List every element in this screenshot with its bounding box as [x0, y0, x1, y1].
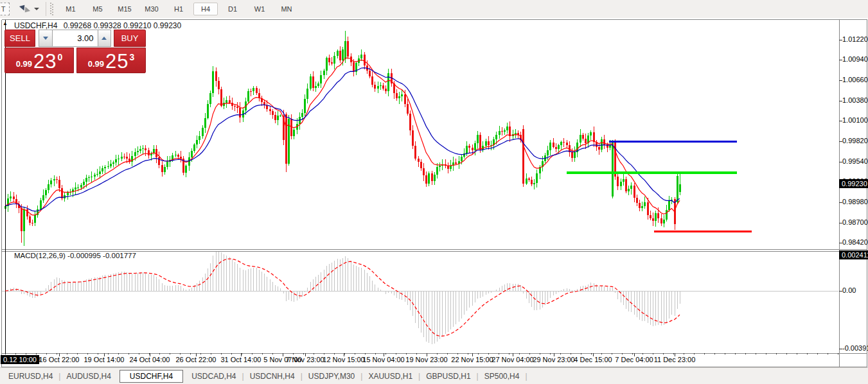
- price-axis-label: 1.00660: [842, 76, 868, 83]
- chart-tab-usdjpy[interactable]: USDJPY,M30: [300, 370, 363, 383]
- macd-current-value-label: 0.002411: [839, 250, 868, 259]
- vline-time-marker: 0.12 10:00: [1, 355, 39, 364]
- chart-tab-usdcnh[interactable]: USDCNH,H4: [242, 370, 303, 383]
- buy-price-panel[interactable]: 0.99 25 3: [76, 48, 146, 73]
- timeframe-button-m5[interactable]: M5: [85, 3, 110, 15]
- timeframe-button-mn[interactable]: MN: [274, 3, 299, 15]
- time-axis-label: 31 Oct 14:00: [221, 356, 261, 363]
- chart-tab-sp500[interactable]: SP500,H4: [476, 370, 528, 383]
- time-axis-label: 19 Oct 14:00: [84, 356, 125, 363]
- chart-tab-gbpusd[interactable]: GBPUSD,H1: [418, 370, 479, 383]
- price-axis-label: 1.00100: [842, 116, 868, 124]
- time-axis-label: 24 Oct 04:00: [130, 356, 170, 363]
- time-axis-label: 19 Nov 23:00: [405, 356, 447, 363]
- time-axis-label: 22 Nov 15:00: [451, 356, 493, 363]
- chart-tab-audusd[interactable]: AUDUSD,H4: [58, 370, 119, 383]
- tab-separator: |: [525, 372, 527, 381]
- chart-title: USDCHF,H4 0.99268 0.99328 0.99210 0.9923…: [14, 21, 181, 30]
- toolbar-separator: [46, 2, 46, 16]
- timeframe-button-h4[interactable]: H4: [193, 3, 218, 15]
- price-axis-label: 0.98420: [842, 238, 868, 246]
- symbol-period-label: USDCHF,H4: [14, 21, 57, 30]
- chart-tab-usdcad[interactable]: USDCAD,H4: [183, 370, 244, 383]
- time-axis-label: 27 Nov 04:00: [492, 356, 533, 363]
- price-axis-label: 0.99540: [842, 157, 868, 165]
- chart-tab-bar: EURUSD,H4|AUDUSD,H4USDCHF,H4USDCAD,H4|US…: [0, 367, 868, 384]
- arrange-charts-icon[interactable]: [19, 4, 30, 14]
- sell-button[interactable]: SELL: [4, 30, 35, 47]
- time-axis-label: 15 Nov 04:00: [362, 356, 404, 363]
- current-price-label: 0.99230: [839, 179, 868, 188]
- volume-input[interactable]: [53, 30, 98, 47]
- buy-button[interactable]: BUY: [114, 30, 146, 47]
- buy-price-pips: 25: [105, 52, 128, 71]
- timeframe-button-m1[interactable]: M1: [58, 3, 83, 15]
- sell-price-point: 0: [58, 52, 63, 62]
- chart-tab-usdchf[interactable]: USDCHF,H4: [120, 370, 183, 383]
- timeframe-button-w1[interactable]: W1: [247, 3, 272, 15]
- buy-price-base: 0.99: [88, 59, 104, 69]
- volume-increase-button[interactable]: [98, 30, 112, 47]
- timeframe-button-m15[interactable]: M15: [112, 3, 137, 15]
- price-axis-label: 0.98980: [842, 198, 868, 205]
- triangle-down-icon: [43, 37, 48, 40]
- price-axis-label: 1.01220: [842, 35, 868, 43]
- timeframe-button-d1[interactable]: D1: [220, 3, 245, 15]
- sell-price-pips: 23: [33, 52, 57, 71]
- price-axis-label: 1.00940: [842, 55, 868, 63]
- timeframe-toolbar: M1M5M15M30H1H4D1W1MN: [57, 3, 300, 15]
- chart-tab-xauusd[interactable]: XAUUSD,H1: [360, 370, 421, 383]
- macd-histogram: [6, 250, 680, 344]
- time-axis-label: 26 Oct 22:00: [176, 356, 217, 363]
- time-axis-label: 4 Dec 15:00: [574, 356, 612, 363]
- ma-slow-line: [5, 68, 680, 211]
- timeframe-button-h1[interactable]: H1: [166, 3, 191, 15]
- time-axis-label: 12 Nov 15:00: [323, 356, 364, 363]
- price-axis-label: 0.99820: [842, 137, 868, 144]
- sell-price-base: 0.99: [16, 59, 32, 69]
- volume-decrease-button[interactable]: [39, 30, 53, 47]
- text-tool-icon[interactable]: T: [0, 3, 10, 15]
- time-axis-label: 29 Nov 23:00: [533, 356, 574, 363]
- time-axis-label: 16 Oct 22:00: [39, 356, 80, 363]
- time-axis-label: 7 Nov 23:00: [286, 356, 324, 363]
- macd-axis-label: 0.00: [842, 286, 856, 294]
- chart-tab-eurusd[interactable]: EURUSD,H4: [0, 370, 61, 383]
- toolbar: T M1M5M15M30H1H4D1W1MN: [0, 0, 868, 19]
- timeframe-button-m30[interactable]: M30: [139, 3, 164, 15]
- ohlc-values: 0.99268 0.99328 0.99210 0.99230: [64, 21, 182, 30]
- time-axis-label: 7 Dec 04:00: [615, 356, 653, 363]
- chevron-down-icon[interactable]: [34, 8, 39, 10]
- buy-price-point: 3: [130, 52, 135, 62]
- object-anchor-icon[interactable]: ▲: [3, 21, 8, 26]
- macd-indicator-label: MACD(12,26,9) -0.000995 -0.001777: [14, 252, 136, 259]
- sell-price-panel[interactable]: 0.99 23 0: [4, 48, 74, 73]
- chart-window: ▲ USDCHF,H4 0.99268 0.99328 0.99210 0.99…: [0, 18, 868, 367]
- macd-axis-label: -0.003913: [842, 344, 868, 352]
- price-axis-label: 1.00380: [842, 96, 868, 104]
- triangle-up-icon: [102, 37, 107, 40]
- price-axis-label: 0.98700: [842, 218, 868, 226]
- one-click-trading-panel: SELL BUY 0.99 23 0 0.99 25 3: [4, 30, 146, 73]
- moving-averages-group: [5, 58, 680, 215]
- toolbar-grip-handle[interactable]: [50, 3, 53, 15]
- time-axis-label: 11 Dec 23:00: [654, 356, 696, 363]
- ma-fast-line: [5, 58, 680, 215]
